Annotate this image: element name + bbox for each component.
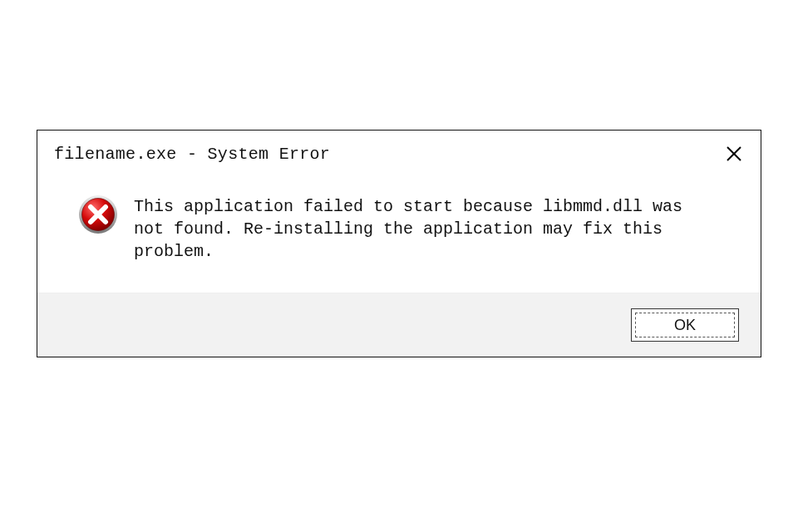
error-dialog: filename.exe - System Error xyxy=(37,130,761,357)
dialog-body: This application failed to start because… xyxy=(37,174,761,293)
ok-button[interactable]: OK xyxy=(631,308,739,342)
dialog-footer: OK xyxy=(37,293,761,357)
close-icon xyxy=(725,145,743,163)
dialog-title: filename.exe - System Error xyxy=(54,145,330,164)
error-x-icon xyxy=(77,194,119,235)
ok-button-label: OK xyxy=(674,317,696,334)
dialog-titlebar: filename.exe - System Error xyxy=(37,131,761,174)
close-button[interactable] xyxy=(722,142,746,165)
dialog-message: This application failed to start because… xyxy=(134,194,716,263)
